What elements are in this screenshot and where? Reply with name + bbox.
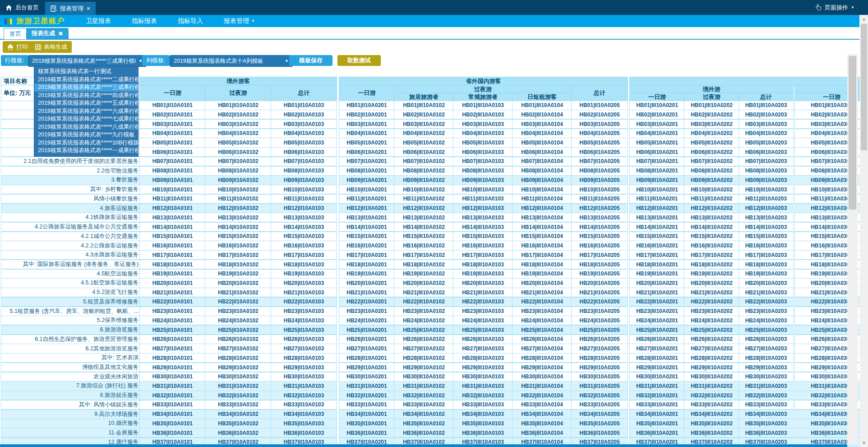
code-cell: HB09|II10A0103 — [271, 175, 337, 185]
code-cell: HB34|II10A0205 — [571, 410, 628, 419]
tab-report-generation[interactable]: 报表生成 ✖ — [26, 28, 69, 39]
nav-item-1[interactable]: 指标报表 — [132, 17, 157, 25]
print-button[interactable]: 打印 — [3, 41, 32, 53]
code-cell: HB06|III10A0203 — [739, 147, 794, 157]
row-template-value: 2019核算系统报表格式表*****三成果行模板 — [32, 57, 136, 65]
dropdown-option[interactable]: 2019核算系统报表格式表*****二成果行模板 — [34, 76, 138, 84]
table-vertical-scrollbar[interactable] — [847, 54, 858, 444]
code-cell: HB29|II10A0205 — [571, 363, 628, 372]
code-cell: HB03|II10A0205 — [571, 119, 628, 129]
code-cell: HB22|III10A0103 — [453, 297, 513, 307]
dropdown-option[interactable]: 2019核算系统报表格式表*****四成果行模板 — [34, 92, 138, 100]
row-label-cell: 其中: 艺术表演 — [1, 353, 142, 363]
template-save-button[interactable]: 模板保存 — [289, 55, 332, 66]
code-cell: HB02|III10A0201 — [629, 110, 685, 119]
code-cell: HB12|II10A0102 — [205, 204, 272, 213]
code-cell: HB13|III10A0102 — [394, 213, 454, 222]
code-cell: HB20|II10A0102 — [205, 278, 272, 288]
code-cell: HB33|II10A0201 — [339, 400, 395, 410]
code-cell: HB18|III10A0201 — [629, 260, 685, 269]
dropdown-option[interactable]: 2019核算系统报表格式表*****九行模板 — [34, 131, 138, 139]
code-cell: HB28|II10A0103 — [271, 353, 337, 363]
code-cell: HB24|III10A0201 — [629, 316, 685, 325]
code-cell: HB13|II10A0205 — [571, 213, 628, 222]
code-cell: HB01|III10A0202 — [684, 101, 739, 110]
dropdown-option[interactable]: 核算系统报表格式表一行测试 — [34, 68, 138, 76]
table-row: 农业观光休闲旅游HB30|II10A0101HB30|II10A0102HB30… — [0, 372, 868, 381]
code-cell: HB31|III10A0203 — [739, 381, 794, 391]
nav-item-0[interactable]: 卫星报表 — [86, 17, 111, 25]
close-tab-icon[interactable]: × — [87, 5, 90, 12]
dropdown-option[interactable]: 2019核算系统报表格式表*****七成果行模板 — [34, 115, 138, 123]
backend-home-link[interactable]: 后台首页 — [5, 0, 39, 15]
scroll-down-icon[interactable]: ▼ — [860, 439, 868, 447]
code-cell: HB30|II10A0102 — [205, 372, 272, 382]
code-cell: HB16|II10A0101 — [139, 241, 206, 250]
row-label-cell: 5.租赁及保养维修服务 — [1, 297, 142, 307]
code-cell: HB31|III10A0202 — [684, 381, 739, 391]
code-cell: HB02|III10A0104 — [512, 110, 572, 119]
nav-item-3[interactable]: 报表管理▼ — [224, 17, 255, 25]
code-cell: HB21|II10A0103 — [271, 288, 337, 297]
code-cell: HB11|III10A0103 — [453, 194, 513, 204]
dropdown-option[interactable]: 2019核算系统报表格式表*****六成果行模板 — [34, 107, 138, 116]
code-cell: HB28|III10A0104 — [512, 353, 572, 363]
dropdown-option[interactable]: 2019核算系统报表格式表*****一成果行模板 — [34, 147, 138, 155]
dropdown-option[interactable]: 2019核算系统报表格式表*****八成果行模板 — [34, 123, 138, 131]
code-cell: HB20|III10A0102 — [394, 278, 454, 288]
code-cell: HB11|II10A0102 — [205, 194, 272, 204]
close-icon[interactable]: ✖ — [58, 30, 63, 37]
code-cell: HB07|II10A0101 — [139, 157, 206, 166]
code-cell: HB05|II10A0103 — [271, 138, 337, 147]
code-cell: HB22|II10A0103 — [271, 297, 337, 307]
print-label: 打印 — [16, 43, 28, 51]
code-cell: HB35|II10A0201 — [339, 419, 395, 428]
code-cell: HB13|III10A0104 — [512, 213, 572, 222]
code-cell: HB09|III10A0203 — [739, 175, 794, 185]
code-cell: HB10|III10A0201 — [629, 185, 685, 194]
row-label-cell: 9.高尔夫球场服务 — [1, 410, 142, 419]
fetch-test-button[interactable]: 取数测试 — [337, 55, 381, 66]
code-cell: HB16|II10A0102 — [205, 241, 272, 250]
code-cell: HB15|II10A0205 — [571, 232, 628, 241]
code-cell: HB16|III10A0102 — [394, 241, 454, 250]
code-cell: HB29|III10A0102 — [394, 363, 454, 372]
code-cell: HB15|III10A0102 — [394, 232, 454, 241]
code-cell: HB32|II10A0205 — [571, 391, 628, 400]
page-scrollbar-thumb[interactable] — [861, 24, 867, 150]
code-cell: HB36|III10A0103 — [453, 428, 513, 438]
code-cell: HB13|II10A0102 — [205, 213, 272, 222]
code-cell: HB11|III10A0201 — [629, 194, 685, 204]
tab-home[interactable]: 首页 — [4, 28, 27, 39]
page-vertical-scrollbar[interactable]: ▲ ▼ — [860, 15, 868, 447]
row-label-cell: 博物馆及其他文化服务 — [1, 363, 142, 372]
dropdown-option[interactable]: 2019核算系统报表格式表*****五成果行模板 — [34, 99, 138, 107]
code-cell: HB26|III10A0202 — [684, 335, 739, 344]
code-cell: HB26|II10A0103 — [271, 335, 337, 344]
dropdown-option[interactable]: 2019核算系统报表格式表*****10B行模版 — [34, 139, 138, 147]
code-cell: HB01|II10A0205 — [571, 101, 628, 110]
table-generate-button[interactable]: 表格生成 — [31, 41, 72, 53]
table-scrollbar-thumb[interactable] — [849, 56, 856, 210]
code-cell: HB20|II10A0205 — [571, 278, 628, 288]
scroll-up-icon[interactable]: ▲ — [860, 15, 868, 23]
nav-item-2[interactable]: 指标导入 — [178, 17, 203, 25]
code-cell: HB21|II10A0101 — [139, 288, 206, 297]
code-cell: HB31|II10A0101 — [139, 381, 206, 391]
code-cell: HB32|III10A0201 — [629, 391, 685, 400]
col-template-select[interactable]: 2019核算系统报表格式表十A列模板 ▼ — [170, 55, 293, 67]
code-cell: HB30|III10A0103 — [453, 372, 513, 382]
code-cell: HB19|III10A0102 — [394, 269, 454, 279]
code-cell: HB13|III10A0103 — [453, 213, 513, 222]
code-cell: HB24|II10A0201 — [339, 316, 395, 325]
code-cell: HB34|II10A0101 — [139, 410, 206, 419]
code-cell: HB28|III10A0103 — [453, 353, 513, 363]
code-cell: HB02|II10A0101 — [139, 110, 206, 119]
row-label-cell: 4.5.1航空旅客运输服务 — [1, 278, 142, 288]
row-template-select[interactable]: 2019核算系统报表格式表*****三成果行模板 ▼ — [28, 55, 147, 67]
code-cell: HB24|III10A0102 — [394, 316, 454, 325]
page-actions-menu[interactable]: 页面操作 ▼ — [814, 0, 854, 15]
report-management-window-tab[interactable]: 报表管理 × — [45, 2, 96, 15]
dropdown-option[interactable]: 2019核算系统报表格式表*****三成果行模板 — [34, 84, 138, 92]
code-cell: HB35|III10A0103 — [453, 419, 513, 428]
